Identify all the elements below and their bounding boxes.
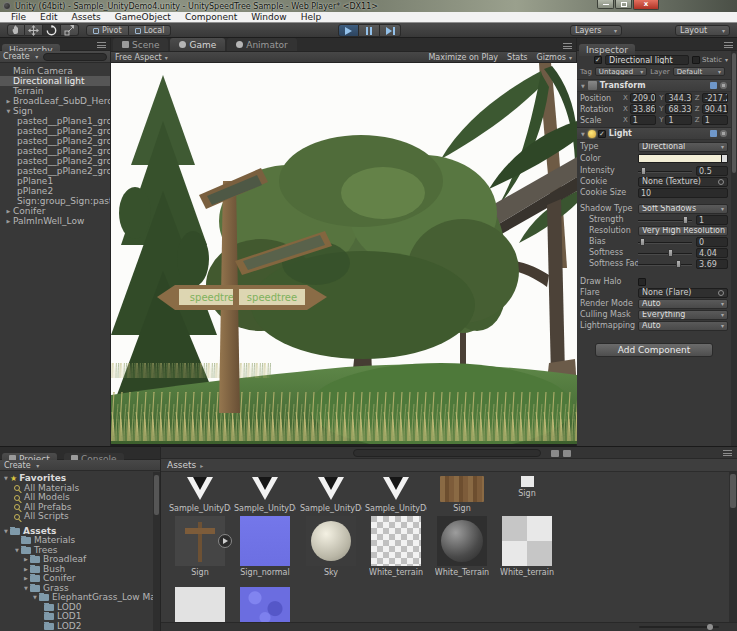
light-enabled-checkbox[interactable]: ✓ [598, 130, 606, 138]
favorite-item[interactable]: All Prefabs [0, 503, 153, 513]
hierarchy-item[interactable]: pasted__pPlane2_group4 [0, 156, 110, 166]
thumbnail-size-slider[interactable] [639, 626, 719, 628]
tree-folder[interactable]: LOD0 [0, 603, 153, 613]
menu-edit[interactable]: Edit [33, 12, 64, 22]
asset-item[interactable]: Sign [169, 516, 231, 577]
cookie-object-field[interactable]: None (Texture) [638, 177, 728, 187]
pivot-button[interactable]: Pivot [86, 25, 129, 36]
move-tool-button[interactable] [25, 24, 43, 36]
hierarchy-item-selected[interactable]: Directional light [0, 76, 110, 86]
hierarchy-item[interactable]: Terrain [0, 86, 110, 96]
search-filter-type-icon[interactable] [551, 450, 559, 457]
intensity-slider[interactable] [638, 166, 692, 176]
tag-dropdown[interactable]: Untagged▾ [595, 67, 647, 76]
foldout-closed-icon[interactable]: ▶ [4, 216, 13, 226]
tree-folder[interactable]: ▶Broadleaf [0, 555, 153, 565]
foldout-open-icon[interactable]: ▼ [2, 527, 10, 537]
asset-item[interactable]: Sign [431, 476, 493, 513]
tree-folder[interactable]: Materials [0, 536, 153, 546]
bias-field[interactable]: 0 [696, 237, 728, 247]
maximize-on-play-toggle[interactable]: Maximize on Play [428, 53, 498, 62]
help-book-icon[interactable] [710, 130, 717, 137]
step-button[interactable] [380, 24, 401, 37]
favorite-item[interactable]: All Models [0, 493, 153, 503]
shadow-type-dropdown[interactable]: Soft Shadows▾ [638, 204, 728, 214]
cookie-size-field[interactable]: 10 [638, 188, 728, 198]
add-component-button[interactable]: Add Component [595, 343, 713, 357]
foldout-closed-icon[interactable]: ▶ [22, 574, 30, 584]
foldout-open-icon[interactable]: ▼ [13, 546, 21, 556]
hierarchy-item[interactable]: ▼Sign [0, 106, 110, 116]
hierarchy-item[interactable]: pasted__pPlane1_group [0, 116, 110, 126]
menu-assets[interactable]: Assets [65, 12, 108, 22]
minimize-button[interactable] [597, 0, 614, 9]
project-scrollbar[interactable] [153, 472, 160, 631]
light-color-swatch[interactable] [638, 154, 728, 163]
scale-x-field[interactable]: 1 [630, 115, 656, 125]
asset-item[interactable]: White_terrain [365, 516, 427, 577]
active-checkbox[interactable]: ✓ [594, 56, 602, 64]
foldout-open-icon[interactable]: ▼ [31, 593, 39, 603]
strength-field[interactable]: 1 [696, 215, 728, 225]
assets-scrollbar[interactable] [729, 472, 737, 622]
transform-component-header[interactable]: ▼ Transform [577, 79, 731, 92]
aspect-dropdown[interactable]: Free Aspect▾ [115, 53, 168, 62]
foldout-closed-icon[interactable]: ▶ [4, 96, 13, 106]
create-button[interactable]: Create ▾ [4, 461, 39, 470]
asset-item[interactable]: Sample_UnityDe... [300, 476, 362, 513]
foldout-open-icon[interactable]: ▼ [22, 584, 30, 594]
rotation-z-field[interactable]: 90.4175 [702, 104, 728, 114]
light-component-header[interactable]: ▼ ✓ Light [577, 127, 731, 140]
asset-item[interactable]: Sign_normal [234, 516, 296, 577]
culling-mask-dropdown[interactable]: Everything▾ [638, 310, 728, 320]
tab-game[interactable]: Game [170, 38, 225, 51]
tab-animator[interactable]: Animator [227, 38, 296, 51]
position-x-field[interactable]: 209.021 [630, 93, 656, 103]
hierarchy-item[interactable]: Main Camera [0, 66, 110, 76]
layout-dropdown[interactable]: Layout▾ [675, 25, 730, 36]
help-book-icon[interactable] [710, 82, 717, 89]
strength-slider[interactable] [638, 215, 692, 225]
object-picker-icon[interactable] [718, 179, 724, 185]
asset-item[interactable]: Sky [300, 516, 362, 577]
game-viewport[interactable]: speedtree speedtree [111, 63, 577, 444]
slider-handle[interactable] [707, 624, 713, 630]
hierarchy-item[interactable]: pasted__pPlane2_group3 [0, 146, 110, 156]
breadcrumb-label[interactable]: Assets [167, 460, 196, 470]
foldout-closed-icon[interactable]: ▶ [4, 206, 13, 216]
tree-folder[interactable]: ▶Bush [0, 565, 153, 575]
preview-play-icon[interactable] [218, 534, 232, 548]
scale-tool-button[interactable] [61, 24, 79, 36]
position-z-field[interactable]: -217.29 [702, 93, 728, 103]
position-y-field[interactable]: 344.395 [665, 93, 691, 103]
static-toggle[interactable]: Static▾ [692, 56, 728, 64]
hierarchy-item[interactable]: ▶Conifer [0, 206, 110, 216]
color-picker-icon[interactable] [721, 155, 727, 162]
close-button[interactable]: x [633, 0, 659, 10]
local-button[interactable]: Local [129, 25, 172, 36]
scrollbar-thumb[interactable] [730, 474, 736, 508]
hierarchy-item[interactable]: pasted__pPlane2_group2 [0, 136, 110, 146]
menu-file[interactable]: File [4, 12, 33, 22]
asset-item[interactable]: Sample_UnityDe... [234, 476, 296, 513]
render-mode-dropdown[interactable]: Auto▾ [638, 299, 728, 309]
menu-help[interactable]: Help [294, 12, 329, 22]
asset-item[interactable] [169, 587, 231, 622]
slider-handle[interactable] [640, 238, 645, 246]
bias-slider[interactable] [638, 237, 692, 247]
foldout-closed-icon[interactable]: ▶ [22, 555, 30, 565]
layers-dropdown[interactable]: Layers▾ [570, 25, 622, 36]
intensity-field[interactable]: 0.5 [696, 166, 728, 176]
stats-toggle[interactable]: Stats [507, 53, 527, 62]
maximize-button[interactable] [615, 0, 632, 9]
scale-z-field[interactable]: 1 [702, 115, 728, 125]
gear-icon[interactable] [720, 82, 727, 89]
rotation-x-field[interactable]: 33.8676 [630, 104, 656, 114]
favorites-folder[interactable]: ▼★Favorites [0, 474, 153, 484]
rotation-y-field[interactable]: 68.3391 [665, 104, 691, 114]
panel-menu-icon[interactable] [563, 43, 572, 49]
hierarchy-item[interactable]: ▶BroadLeaf_SubD_Hero [0, 96, 110, 106]
asset-item[interactable] [234, 587, 296, 622]
slider-handle[interactable] [676, 260, 681, 268]
gameobject-name-field[interactable]: Directional light [605, 55, 689, 65]
